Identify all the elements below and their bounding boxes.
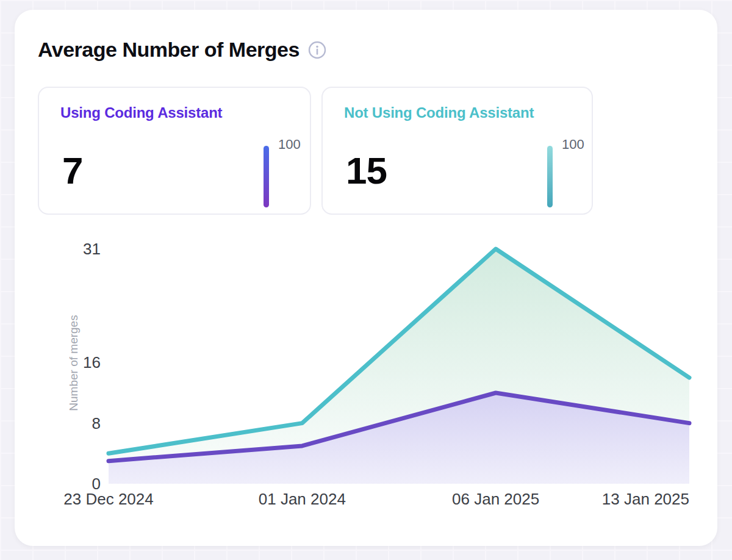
dashboard-card: Average Number of Merges Using Coding As…: [15, 10, 717, 546]
x-tick-label: 13 Jan 2025: [602, 490, 689, 509]
y-tick-label: 31: [46, 239, 101, 259]
merges-area-chart: Number of merges 081631 23 Dec 202401 Ja…: [15, 10, 717, 546]
chart-plot-svg: [109, 249, 689, 484]
y-tick-label: 16: [46, 353, 101, 372]
y-tick-label: 8: [46, 414, 101, 433]
x-tick-label: 06 Jan 2025: [452, 490, 539, 509]
x-tick-label: 01 Jan 2024: [259, 490, 346, 509]
x-tick-label: 23 Dec 2024: [63, 490, 153, 509]
